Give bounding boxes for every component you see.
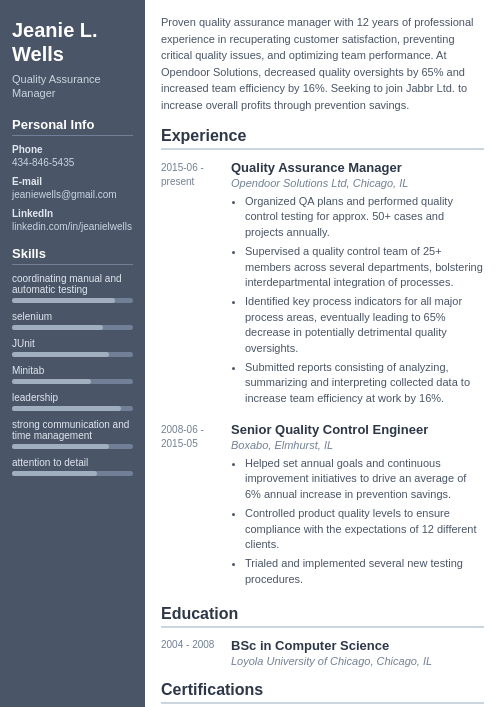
- skill-bar-background: [12, 406, 133, 411]
- job-bullet: Helped set annual goals and continuous i…: [245, 456, 484, 502]
- job-bullet: Submitted reports consisting of analyzin…: [245, 360, 484, 406]
- skill-bar-background: [12, 444, 133, 449]
- skill-bar-fill: [12, 298, 115, 303]
- main-content: Proven quality assurance manager with 12…: [145, 0, 500, 707]
- skill-name-label: Minitab: [12, 365, 133, 376]
- edu-school: Loyola University of Chicago, Chicago, I…: [231, 655, 484, 667]
- job-title: Senior Quality Control Engineer: [231, 422, 484, 437]
- skill-name-label: JUnit: [12, 338, 133, 349]
- skill-item: selenium: [12, 311, 133, 330]
- job-date: 2008-06 - 2015-05: [161, 422, 231, 591]
- skill-bar-fill: [12, 352, 109, 357]
- edu-content: BSc in Computer ScienceLoyola University…: [231, 638, 484, 667]
- skill-name-label: selenium: [12, 311, 133, 322]
- job-content: Senior Quality Control EngineerBoxabo, E…: [231, 422, 484, 591]
- candidate-title: Quality Assurance Manager: [12, 72, 133, 101]
- skill-bar-fill: [12, 379, 91, 384]
- skill-name-label: strong communication and time management: [12, 419, 133, 441]
- experience-heading: Experience: [161, 127, 484, 150]
- job-content: Quality Assurance ManagerOpendoor Soluti…: [231, 160, 484, 410]
- certifications-section: Certifications 2014Certified Tester Foun…: [161, 681, 484, 707]
- personal-info-heading: Personal Info: [12, 117, 133, 136]
- education-list: 2004 - 2008BSc in Computer ScienceLoyola…: [161, 638, 484, 667]
- education-heading: Education: [161, 605, 484, 628]
- linkedin-value: linkedin.com/in/jeanielwells: [12, 221, 133, 232]
- linkedin-label: LinkedIn: [12, 208, 133, 219]
- job-bullet: Trialed and implemented several new test…: [245, 556, 484, 587]
- skills-heading: Skills: [12, 246, 133, 265]
- job-company: Opendoor Solutions Ltd, Chicago, IL: [231, 177, 484, 189]
- job-company: Boxabo, Elmhurst, IL: [231, 439, 484, 451]
- phone-value: 434-846-5435: [12, 157, 133, 168]
- skill-bar-fill: [12, 406, 121, 411]
- job-block: 2015-06 - presentQuality Assurance Manag…: [161, 160, 484, 410]
- jobs-list: 2015-06 - presentQuality Assurance Manag…: [161, 160, 484, 591]
- skill-bar-background: [12, 325, 133, 330]
- skill-bar-fill: [12, 325, 103, 330]
- job-title: Quality Assurance Manager: [231, 160, 484, 175]
- skill-bar-fill: [12, 444, 109, 449]
- job-bullets: Organized QA plans and performed quality…: [231, 194, 484, 406]
- skill-item: coordinating manual and automatic testin…: [12, 273, 133, 303]
- certifications-heading: Certifications: [161, 681, 484, 704]
- skill-item: JUnit: [12, 338, 133, 357]
- sidebar: Jeanie L. Wells Quality Assurance Manage…: [0, 0, 145, 707]
- job-bullet: Identified key process indicators for al…: [245, 294, 484, 356]
- edu-date: 2004 - 2008: [161, 638, 231, 667]
- job-bullets: Helped set annual goals and continuous i…: [231, 456, 484, 587]
- email-value: jeaniewells@gmail.com: [12, 189, 133, 200]
- skill-item: leadership: [12, 392, 133, 411]
- skill-bar-background: [12, 298, 133, 303]
- education-section: Education 2004 - 2008BSc in Computer Sci…: [161, 605, 484, 667]
- skill-bar-fill: [12, 471, 97, 476]
- job-bullet: Organized QA plans and performed quality…: [245, 194, 484, 240]
- job-bullet: Controlled product quality levels to ens…: [245, 506, 484, 552]
- skills-list: coordinating manual and automatic testin…: [12, 273, 133, 476]
- skill-bar-background: [12, 379, 133, 384]
- email-label: E-mail: [12, 176, 133, 187]
- job-block: 2008-06 - 2015-05Senior Quality Control …: [161, 422, 484, 591]
- candidate-name: Jeanie L. Wells: [12, 18, 133, 66]
- skill-name-label: leadership: [12, 392, 133, 403]
- skill-name-label: coordinating manual and automatic testin…: [12, 273, 133, 295]
- skill-bar-background: [12, 352, 133, 357]
- skill-bar-background: [12, 471, 133, 476]
- skill-name-label: attention to detail: [12, 457, 133, 468]
- experience-section: Experience 2015-06 - presentQuality Assu…: [161, 127, 484, 591]
- edu-degree: BSc in Computer Science: [231, 638, 484, 653]
- phone-label: Phone: [12, 144, 133, 155]
- job-date: 2015-06 - present: [161, 160, 231, 410]
- summary-text: Proven quality assurance manager with 12…: [161, 14, 484, 113]
- skill-item: Minitab: [12, 365, 133, 384]
- skill-item: attention to detail: [12, 457, 133, 476]
- job-bullet: Supervised a quality control team of 25+…: [245, 244, 484, 290]
- edu-block: 2004 - 2008BSc in Computer ScienceLoyola…: [161, 638, 484, 667]
- skill-item: strong communication and time management: [12, 419, 133, 449]
